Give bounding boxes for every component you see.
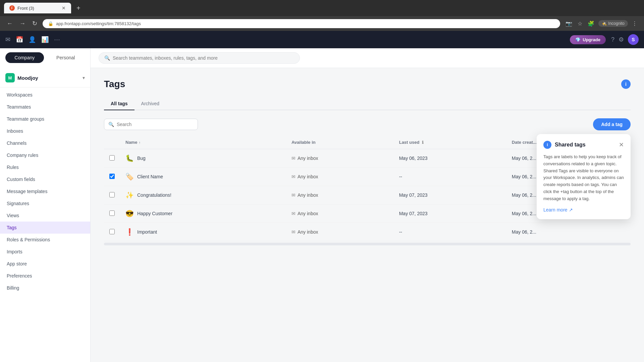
incognito-label: Incognito (608, 21, 625, 26)
tab-all-tags[interactable]: All tags (104, 98, 135, 110)
sidebar-item-custom-fields[interactable]: Custom fields (0, 173, 90, 185)
search-bar-container: 🔍 (91, 48, 644, 68)
analytics-icon[interactable]: 📊 (41, 36, 49, 43)
sidebar-item-app-store[interactable]: App store (0, 258, 90, 270)
tabs: All tags Archived (104, 98, 631, 110)
new-tab-button[interactable]: + (74, 3, 83, 13)
star-icon[interactable]: ☆ (576, 19, 584, 28)
sidebar: Company Personal M Moodjoy ▾ Workspaces … (0, 48, 91, 362)
sidebar-item-rules[interactable]: Rules (0, 161, 90, 173)
actions-cell[interactable]: ⋮ (608, 223, 631, 241)
popup-header: i Shared tags ✕ (543, 141, 624, 149)
sidebar-item-label: Tags (7, 225, 17, 230)
sidebar-item-views[interactable]: Views (0, 209, 90, 222)
available-in-cell: ✉ Any inbox (286, 168, 394, 186)
sidebar-item-company-rules[interactable]: Company rules (0, 149, 90, 161)
row-checkbox[interactable] (109, 210, 115, 216)
tag-name-cell: 🏷️ Client Name (120, 168, 286, 186)
row-checkbox-cell[interactable] (104, 149, 120, 168)
info-icon[interactable]: i (621, 79, 631, 89)
browser-tab[interactable]: F Front (3) ✕ (4, 3, 71, 13)
inbox-icon: ✉ (291, 174, 296, 179)
extension-icon[interactable]: 🧩 (586, 19, 596, 28)
chevron-down-icon: ▾ (83, 75, 85, 80)
sidebar-item-roles-permissions[interactable]: Roles & Permissions (0, 234, 90, 246)
sidebar-item-signatures[interactable]: Signatures (0, 197, 90, 209)
upgrade-button[interactable]: 💎 Upgrade (570, 35, 606, 44)
add-tag-button[interactable]: Add a tag (593, 118, 631, 130)
page-title: Tags (104, 79, 125, 89)
company-toggle-button[interactable]: Company (5, 52, 44, 63)
tag-search-input[interactable] (117, 122, 194, 127)
sidebar-item-label: Teammate groups (7, 116, 44, 122)
refresh-button[interactable]: ↻ (31, 18, 39, 28)
calendar-icon[interactable]: 📅 (16, 36, 23, 43)
tab-archived[interactable]: Archived (135, 98, 166, 110)
sidebar-item-label: Rules (7, 165, 19, 170)
row-checkbox-cell[interactable] (104, 223, 120, 241)
last-used-cell: -- (394, 223, 506, 241)
row-checkbox-cell[interactable] (104, 204, 120, 223)
camera-icon[interactable]: 📷 (564, 19, 574, 28)
last-used-cell: -- (394, 168, 506, 186)
address-bar[interactable]: 🔒 app.frontapp.com/settings/tim:7858132/… (43, 19, 560, 28)
tag-name-cell: ❗ Important (120, 223, 286, 241)
inbox-icon[interactable]: ✉ (5, 36, 10, 43)
forward-button[interactable]: → (18, 19, 27, 28)
horizontal-scrollbar[interactable] (104, 243, 631, 245)
tag-name: Bug (137, 156, 146, 161)
sidebar-item-teammate-groups[interactable]: Teammate groups (0, 113, 90, 125)
sidebar-item-label: Views (7, 213, 19, 218)
sidebar-item-preferences[interactable]: Preferences (0, 270, 90, 282)
tag-search-bar[interactable]: 🔍 (104, 119, 198, 130)
row-checkbox-cell[interactable] (104, 186, 120, 204)
last-used-cell: May 07, 2023 (394, 204, 506, 223)
lock-icon: 🔒 (48, 21, 53, 26)
back-button[interactable]: ← (5, 19, 14, 28)
global-search-bar[interactable]: 🔍 (99, 52, 300, 64)
toolbar: 🔍 Add a tag (104, 118, 631, 130)
available-in-cell: ✉ Any inbox (286, 186, 394, 204)
sidebar-item-label: Inboxes (7, 128, 23, 134)
row-checkbox-cell[interactable] (104, 168, 120, 186)
sidebar-item-teammates[interactable]: Teammates (0, 101, 90, 113)
sidebar-item-inboxes[interactable]: Inboxes (0, 125, 90, 137)
more-options-button[interactable]: ⋮ (631, 19, 639, 28)
sidebar-item-message-templates[interactable]: Message templates (0, 185, 90, 197)
popup-close-button[interactable]: ✕ (619, 141, 624, 148)
tab-close-button[interactable]: ✕ (62, 5, 66, 11)
org-avatar: M (5, 73, 15, 82)
sidebar-item-billing[interactable]: Billing (0, 282, 90, 294)
personal-toggle-button[interactable]: Personal (47, 52, 85, 63)
row-checkbox[interactable] (109, 229, 115, 234)
row-checkbox[interactable] (109, 155, 115, 161)
search-icon: 🔍 (104, 55, 110, 61)
sidebar-item-tags[interactable]: Tags (0, 222, 90, 234)
contacts-icon[interactable]: 👤 (29, 36, 36, 43)
learn-more-link[interactable]: Learn more ↗ (543, 207, 624, 213)
header-right: ? ⚙ S (611, 34, 639, 45)
available-in-cell: ✉ Any inbox (286, 223, 394, 241)
upgrade-label: Upgrade (583, 37, 600, 42)
tag-emoji: ✨ (125, 191, 134, 199)
row-checkbox[interactable] (109, 192, 115, 197)
org-name: Moodjoy (17, 75, 80, 81)
sidebar-item-label: Company rules (7, 153, 38, 158)
avatar[interactable]: S (628, 34, 639, 45)
global-search-input[interactable] (113, 55, 294, 61)
org-item[interactable]: M Moodjoy ▾ (0, 70, 90, 86)
available-in-cell: ✉ Any inbox (286, 149, 394, 168)
col-header-name[interactable]: Name ↑ (120, 136, 286, 149)
sidebar-item-workspaces[interactable]: Workspaces (0, 89, 90, 101)
row-checkbox[interactable] (109, 174, 115, 179)
checkbox-col-header (104, 136, 120, 149)
settings-button[interactable]: ⚙ (619, 36, 624, 43)
sidebar-item-imports[interactable]: Imports (0, 246, 90, 258)
more-icon[interactable]: ⋯ (54, 36, 60, 43)
help-button[interactable]: ? (611, 36, 614, 43)
tag-name-cell: ✨ Congratulations! (120, 186, 286, 204)
sidebar-item-channels[interactable]: Channels (0, 137, 90, 149)
sidebar-item-label: Message templates (7, 189, 47, 194)
col-header-last-used: Last used ℹ (394, 136, 506, 149)
tag-emoji: 😎 (125, 209, 134, 218)
